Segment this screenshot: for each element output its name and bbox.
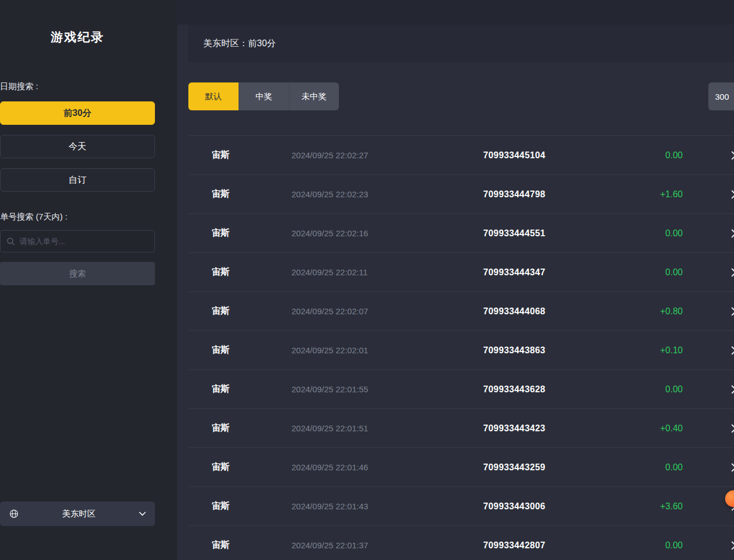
timezone-selector[interactable]: 美东时区 [0, 501, 155, 526]
order-number: 709933442807 [483, 540, 665, 551]
table-row[interactable]: 宙斯2024/09/25 22:01:51709933443423+0.40 [188, 408, 734, 447]
table-row[interactable]: 宙斯2024/09/25 22:02:01709933443863+0.10 [188, 330, 734, 369]
table-row[interactable]: 宙斯2024/09/25 22:01:557099334436280.00 [188, 369, 734, 408]
chevron-right-icon[interactable] [731, 346, 734, 355]
record-time: 2024/09/25 22:02:01 [291, 345, 483, 355]
chevron-right-icon[interactable] [731, 385, 734, 394]
record-time: 2024/09/25 22:01:37 [291, 540, 483, 550]
tab-default[interactable]: 默认 [188, 82, 239, 110]
chevron-down-icon [139, 512, 146, 516]
search-button[interactable]: 搜索 [0, 262, 155, 285]
date-search-label: 日期搜索 : [0, 81, 155, 92]
globe-icon [9, 509, 19, 519]
period-banner-text: 美东时区：前30分 [203, 38, 276, 50]
order-search-box [0, 230, 155, 252]
table-row[interactable]: 宙斯2024/09/25 22:02:167099334445510.00 [188, 213, 734, 252]
order-number: 709933443259 [483, 462, 665, 473]
order-number: 709933444551 [483, 228, 665, 238]
game-name: 宙斯 [212, 422, 291, 434]
game-name: 宙斯 [212, 149, 291, 161]
order-number: 709933443628 [483, 384, 665, 395]
game-name: 宙斯 [212, 266, 291, 278]
chevron-right-icon[interactable] [731, 151, 734, 160]
toolbar: 默认中奖未中奖 300 [188, 82, 734, 110]
order-number: 709933445104 [483, 150, 665, 160]
table-row[interactable]: 宙斯2024/09/25 22:01:467099334432590.00 [188, 447, 734, 486]
game-name: 宙斯 [212, 305, 291, 317]
date-filter-today-button[interactable]: 今天 [0, 135, 155, 158]
table-row[interactable]: 宙斯2024/09/25 22:02:07709933444068+0.80 [188, 291, 734, 330]
table-row[interactable]: 宙斯2024/09/25 22:02:23709933444798+1.60 [188, 174, 734, 213]
record-time: 2024/09/25 22:01:46 [291, 462, 483, 472]
game-name: 宙斯 [212, 383, 291, 395]
amount-value: 0.00 [665, 540, 683, 551]
order-number: 709933443863 [483, 345, 660, 356]
amount-value: 0.00 [665, 384, 683, 395]
order-number: 709933443423 [483, 423, 660, 434]
tab-lose[interactable]: 未中奖 [289, 82, 339, 110]
table-row[interactable]: 宙斯2024/09/25 22:01:43709933443006+3.60 [188, 486, 734, 525]
chevron-right-icon[interactable] [731, 424, 734, 433]
sidebar: 游戏纪录 日期搜索 : 前30分今天自订 单号搜索 (7天内) : 搜索 美东时… [0, 0, 177, 560]
page-title: 游戏纪录 [0, 29, 155, 46]
amount-value: +0.40 [660, 423, 683, 434]
main-content: 美东时区：前30分 默认中奖未中奖 300 宙斯2024/09/25 22:02… [177, 0, 734, 560]
order-number: 709933444347 [483, 267, 665, 277]
order-number: 709933444798 [483, 189, 660, 199]
tab-group: 默认中奖未中奖 [188, 82, 339, 110]
date-filter-custom-button[interactable]: 自订 [0, 168, 155, 192]
search-icon [7, 237, 15, 246]
amount-value: 0.00 [665, 150, 683, 160]
record-time: 2024/09/25 22:02:23 [291, 189, 483, 199]
chevron-right-icon[interactable] [731, 190, 734, 199]
amount-value: 0.00 [665, 228, 683, 238]
table-row[interactable]: 宙斯2024/09/25 22:02:277099334451040.00 [188, 135, 734, 174]
chevron-right-icon[interactable] [731, 229, 734, 238]
amount-value: +1.60 [660, 189, 683, 199]
date-filter-last30min-button[interactable]: 前30分 [0, 101, 155, 125]
top-strip [177, 0, 734, 25]
chevron-right-icon[interactable] [731, 541, 734, 550]
table-row[interactable]: 宙斯2024/09/25 22:01:377099334428070.00 [188, 525, 734, 560]
game-name: 宙斯 [212, 227, 291, 239]
amount-value: +0.80 [660, 306, 683, 316]
chevron-right-icon[interactable] [731, 463, 734, 472]
record-time: 2024/09/25 22:01:43 [291, 501, 483, 511]
record-time: 2024/09/25 22:01:55 [291, 384, 483, 394]
record-time: 2024/09/25 22:02:11 [291, 267, 483, 277]
timezone-label: 美东时区 [19, 509, 139, 519]
order-number: 709933444068 [483, 306, 660, 316]
record-time: 2024/09/25 22:01:51 [291, 423, 483, 433]
order-number: 709933443006 [483, 501, 660, 512]
game-name: 宙斯 [212, 539, 291, 551]
period-banner: 美东时区：前30分 [188, 25, 734, 62]
amount-value: 0.00 [665, 462, 683, 473]
search-input[interactable] [20, 237, 148, 246]
game-name: 宙斯 [212, 461, 291, 473]
order-search-label: 单号搜索 (7天内) : [0, 212, 155, 222]
chevron-right-icon[interactable] [731, 307, 734, 316]
tab-win[interactable]: 中奖 [239, 82, 289, 110]
date-filter-group: 前30分今天自订 [0, 101, 155, 192]
amount-value: 0.00 [665, 267, 683, 277]
record-time: 2024/09/25 22:02:07 [291, 306, 483, 316]
game-name: 宙斯 [212, 500, 291, 512]
table-row[interactable]: 宙斯2024/09/25 22:02:117099334443470.00 [188, 252, 734, 291]
record-time: 2024/09/25 22:02:27 [291, 150, 483, 160]
record-table: 宙斯2024/09/25 22:02:277099334451040.00宙斯2… [188, 135, 734, 560]
amount-value: +3.60 [660, 501, 683, 512]
record-time: 2024/09/25 22:02:16 [291, 228, 483, 238]
page-size-button[interactable]: 300 [708, 82, 734, 110]
chevron-right-icon[interactable] [731, 268, 734, 277]
game-name: 宙斯 [212, 188, 291, 200]
game-name: 宙斯 [212, 344, 291, 356]
amount-value: +0.10 [660, 345, 683, 356]
